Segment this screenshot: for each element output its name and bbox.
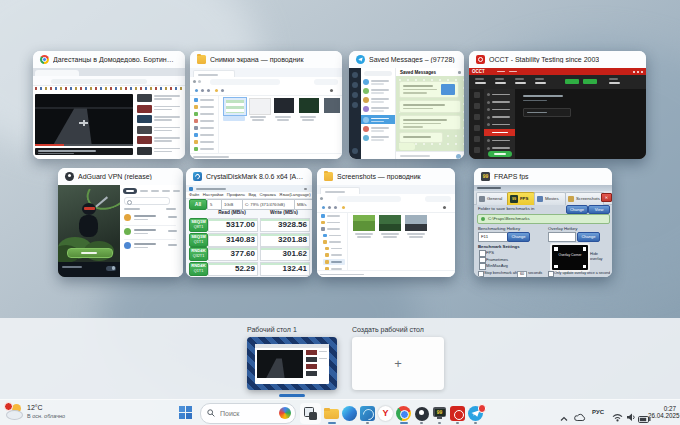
text-line — [134, 243, 156, 245]
cdm-unit-select: MB/s — [294, 199, 312, 210]
text-line — [495, 82, 506, 84]
text-line — [154, 151, 172, 153]
start-button[interactable] — [179, 406, 193, 420]
yandex-browser-icon[interactable]: Y — [378, 406, 393, 421]
fraps-icon[interactable]: 99 — [432, 406, 447, 421]
adguard-window-preview — [58, 185, 183, 277]
menu-icon — [487, 108, 490, 111]
chrome-window-preview — [33, 68, 185, 159]
window-thumbnail-chrome[interactable]: Дагестанцы в Домодедово. Бортинженер слу… — [33, 51, 185, 159]
text-line — [492, 124, 510, 126]
window-titlebar: Дагестанцы в Домодедово. Бортинженер слу… — [33, 51, 185, 69]
avatar — [363, 126, 369, 132]
text-line — [371, 80, 389, 82]
text-line — [200, 148, 214, 150]
rail-icon — [352, 82, 358, 88]
window-title: Screenshots — проводник — [337, 173, 421, 180]
window-thumbnail-explorer-snimki[interactable]: Снимки экрана — проводник — [190, 51, 342, 159]
folder-icon — [324, 172, 333, 181]
volume-icon[interactable] — [626, 408, 636, 425]
menu-icon — [487, 116, 490, 119]
monitor-shape: 99 — [433, 407, 446, 417]
nav-icon — [193, 80, 196, 83]
language-indicator[interactable]: РУС — [592, 409, 604, 415]
monitor-stand — [437, 417, 442, 419]
tray-chevron-button[interactable] — [560, 408, 568, 425]
window-thumbnail-explorer-screenshots[interactable]: Screenshots — проводник — [317, 168, 455, 277]
taskbar: 12°C В осн. облачно Y — [0, 399, 680, 425]
window-thumbnail-crystaldiskmark[interactable]: CrystalDiskMark 8.0.6 x64 [Admin] Файл Н… — [186, 168, 312, 277]
corner-handle — [554, 265, 558, 269]
task-view-glyph — [309, 412, 317, 420]
benchmark-settings-label: Benchmark Settings — [478, 244, 520, 249]
hide-overlay-label: Hide overlay — [590, 251, 610, 261]
adguard-vpn-icon[interactable] — [414, 406, 429, 421]
text-line — [62, 266, 82, 268]
cdm-write-value: 301.62 — [260, 247, 310, 261]
occt-icon[interactable] — [450, 406, 465, 421]
toggle — [106, 266, 116, 271]
sidebar-icon — [194, 98, 198, 102]
gauge-glyph — [361, 407, 377, 423]
window-thumbnail-occt[interactable]: OCCT - Stability Testing since 2003 OCCT — [469, 51, 646, 159]
alert-badge — [4, 402, 13, 411]
task-view-button[interactable] — [300, 403, 321, 424]
new-desktop-button[interactable]: + — [352, 337, 444, 390]
chat-search — [364, 71, 392, 76]
tab-label — [140, 190, 148, 192]
search-box[interactable] — [200, 403, 296, 424]
window-thumbnail-fraps[interactable]: FRAPS fps General 99FPS Movies Screensho… — [474, 168, 612, 277]
yandex-letter: Y — [378, 406, 393, 421]
more-icon — [443, 206, 446, 209]
file-explorer-icon[interactable] — [324, 406, 339, 421]
search-highlights-icon — [279, 407, 291, 419]
occt-icon — [476, 55, 485, 64]
fps-badge-icon: 99 — [510, 195, 518, 203]
text-line — [403, 89, 437, 91]
chat-title: Saved Messages — [400, 70, 436, 75]
desktop1-window — [255, 344, 329, 384]
window-title: AdGuard VPN (release) — [78, 173, 152, 180]
rail-icon — [474, 125, 480, 131]
window-title: Снимки экрана — проводник — [210, 56, 304, 63]
clock[interactable]: 0:27 26.04.2025 — [648, 405, 676, 419]
bookmarks-bar — [35, 87, 183, 90]
text-line — [154, 137, 180, 139]
sidebar-icon — [194, 133, 198, 137]
window-titlebar: FRAPS fps — [474, 168, 612, 186]
text-line — [134, 215, 156, 217]
status-bar — [317, 270, 455, 277]
desktop1-thumbnail[interactable] — [247, 337, 337, 390]
search-input[interactable] — [218, 406, 277, 421]
weather-widget[interactable]: 12°C В осн. облачно — [4, 402, 94, 424]
chrome-icon[interactable] — [396, 406, 411, 421]
message-bubble — [399, 81, 459, 98]
text-line — [331, 248, 342, 250]
address-bar — [51, 79, 147, 84]
telegram-rail — [349, 68, 361, 159]
text-line — [198, 74, 218, 76]
cdm-write-value: 132.41 — [260, 262, 310, 276]
text-line — [300, 116, 316, 118]
connect-button — [67, 248, 113, 258]
window-thumbnail-telegram[interactable]: Saved Messages – (97728) Saved — [349, 51, 464, 159]
video-title-strip — [35, 148, 133, 155]
status-pill — [565, 79, 579, 84]
text-line — [371, 107, 389, 109]
file-thumbnail — [299, 98, 319, 113]
thumb-art — [226, 100, 244, 113]
edge-icon[interactable] — [342, 406, 357, 421]
mini-thumb — [306, 350, 317, 355]
crystaldiskmark-icon[interactable] — [360, 406, 375, 421]
onedrive-icon[interactable] — [574, 408, 586, 425]
ninja-band — [84, 207, 95, 210]
text-line — [200, 120, 214, 122]
tab-screenshots: Screenshots — [565, 192, 604, 205]
text-line — [154, 116, 180, 118]
pin-glyph — [419, 410, 424, 415]
telegram-icon[interactable] — [468, 406, 483, 421]
window-thumbnail-adguard[interactable]: AdGuard VPN (release) — [58, 168, 183, 277]
text-line — [200, 141, 214, 143]
text-line — [355, 233, 373, 235]
wifi-icon[interactable] — [612, 408, 623, 425]
